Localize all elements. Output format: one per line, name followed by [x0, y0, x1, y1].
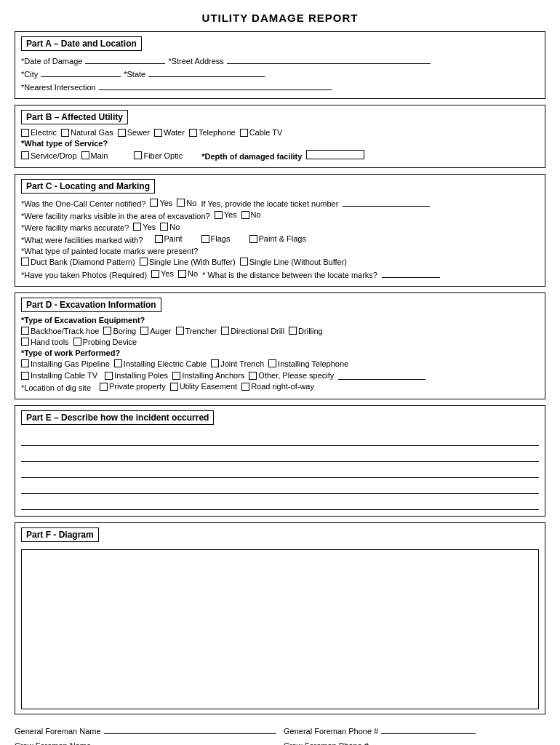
one-call-label: *Was the One-Call Center notified?: [21, 199, 145, 208]
locate-type-label: *What type of painted locate marks were …: [21, 247, 198, 255]
cb-auger[interactable]: Auger: [140, 327, 171, 335]
cb-backhoe[interactable]: Backhoe/Track hoe: [21, 327, 99, 335]
cb-telephone-box[interactable]: [189, 129, 197, 137]
cb-sewer-label: Sewer: [127, 128, 150, 137]
part-e-section: Part E – Describe how the incident occur…: [15, 405, 545, 517]
nearest-label: *Nearest Intersection: [21, 83, 96, 92]
part-c-title: Part C - Locating and Marking: [21, 179, 155, 194]
general-foreman-name-field[interactable]: [104, 725, 276, 734]
cb-install-anchors[interactable]: Installing Anchors: [172, 371, 244, 380]
marks-accurate-label: *Were facility marks accurate?: [21, 223, 129, 232]
nearest-field[interactable]: [99, 81, 332, 90]
footer-right: General Foreman Phone # Crew Foreman Pho…: [284, 725, 545, 746]
date-field[interactable]: [85, 55, 165, 64]
cb-trencher[interactable]: Trencher: [176, 327, 217, 335]
cb-water-box[interactable]: [154, 129, 162, 137]
cb-flags[interactable]: Flags: [201, 234, 231, 243]
utility-type-group: Electric Natural Gas Sewer Water Telepho…: [21, 128, 539, 137]
cb-photos-no[interactable]: No: [178, 269, 198, 278]
cb-probing-device[interactable]: Probing Device: [73, 338, 137, 346]
crew-foreman-name-label: Crew Foreman Name: [15, 741, 91, 746]
cb-visible-yes[interactable]: Yes: [215, 210, 237, 219]
cb-electric-box[interactable]: [21, 129, 29, 137]
cb-install-poles[interactable]: Installing Poles: [105, 371, 168, 380]
cb-install-gas[interactable]: Installing Gas Pipeline: [21, 359, 110, 368]
cb-ductbank[interactable]: Duct Bank (Diamond Pattern): [21, 258, 135, 266]
equip-group: Backhoe/Track hoe Boring Auger Trencher …: [21, 327, 539, 335]
cb-photos-yes[interactable]: Yes: [151, 269, 174, 278]
crew-foreman-phone-label: Crew Foreman Phone #: [284, 741, 369, 746]
cb-joint-trench[interactable]: Joint Trench: [211, 359, 264, 368]
marked-with-label: *What were facilities marked with?: [21, 236, 143, 244]
diagram-area[interactable]: [21, 549, 539, 709]
cb-main[interactable]: Main: [81, 151, 108, 160]
incident-description[interactable]: [21, 431, 539, 510]
cb-directional-drill[interactable]: Directional Drill: [221, 327, 284, 335]
part-b-section: Part B – Affected Utility Electric Natur…: [15, 105, 545, 168]
distance-field[interactable]: [382, 268, 440, 278]
general-foreman-phone-field[interactable]: [381, 725, 476, 734]
part-f-section: Part F - Diagram: [15, 522, 545, 714]
cb-boring[interactable]: Boring: [103, 327, 136, 335]
cb-drilling[interactable]: Drilling: [289, 327, 323, 335]
crew-foreman-name-field[interactable]: [94, 739, 276, 746]
cb-sewer-box[interactable]: [118, 129, 126, 137]
service-type-label: *What type of Service?: [21, 139, 108, 148]
cb-accurate-no[interactable]: No: [160, 223, 180, 231]
distance-label: * What is the distance between the locat…: [202, 271, 377, 279]
city-label: *City: [21, 70, 38, 79]
locate-ticket-field[interactable]: [343, 197, 430, 207]
cb-paint[interactable]: Paint: [155, 234, 183, 243]
part-f-title: Part F - Diagram: [21, 527, 99, 542]
street-field[interactable]: [227, 55, 431, 64]
cb-road-right[interactable]: Road right-of-way: [241, 382, 314, 391]
page-title: UTILITY DAMAGE REPORT: [15, 12, 545, 24]
cb-private[interactable]: Private property: [100, 382, 166, 391]
cb-sewer[interactable]: Sewer: [118, 128, 150, 137]
cb-naturalgas[interactable]: Natural Gas: [61, 128, 113, 137]
footer: General Foreman Name Crew Foreman Name J…: [15, 725, 545, 746]
cb-telephone[interactable]: Telephone: [189, 128, 236, 137]
cb-paint-flags[interactable]: Paint & Flags: [249, 234, 306, 243]
cb-onecall-yes[interactable]: Yes: [150, 199, 172, 207]
cb-visible-no[interactable]: No: [241, 210, 261, 219]
equip-label: *Type of Excavation Equipment?: [21, 316, 145, 324]
cb-servicedrop[interactable]: Service/Drop: [21, 151, 77, 160]
cb-hand-tools[interactable]: Hand tools: [21, 338, 69, 346]
general-foreman-name-label: General Foreman Name: [15, 727, 101, 736]
city-field[interactable]: [41, 68, 121, 77]
cb-water[interactable]: Water: [154, 128, 185, 137]
location-row: *Location of dig site Private property U…: [21, 382, 539, 392]
state-field[interactable]: [148, 68, 265, 77]
part-a-title: Part A – Date and Location: [21, 36, 142, 51]
cb-cabletv-box[interactable]: [240, 129, 248, 137]
cb-utility-easement[interactable]: Utility Easement: [170, 382, 237, 391]
state-label: *State: [124, 70, 145, 79]
cb-water-label: Water: [164, 128, 185, 137]
part-e-title: Part E – Describe how the incident occur…: [21, 410, 214, 425]
depth-field[interactable]: [306, 150, 364, 159]
cb-single-without-buffer[interactable]: Single Line (Without Buffer): [240, 258, 347, 266]
part-a-section: Part A – Date and Location *Date of Dama…: [15, 31, 545, 99]
cb-electric[interactable]: Electric: [21, 128, 57, 137]
cb-other[interactable]: Other, Please specify: [249, 371, 334, 380]
cb-cabletv[interactable]: Cable TV: [240, 128, 283, 137]
depth-label: *Depth of damaged facility: [201, 152, 302, 161]
photos-label: *Have you taken Photos (Required): [21, 271, 147, 279]
cb-cabletv-label: Cable TV: [249, 128, 283, 137]
cb-onecall-no[interactable]: No: [177, 199, 196, 207]
locate-ticket-label: If Yes, provide the locate ticket number: [201, 199, 338, 208]
other-specify-field[interactable]: [338, 370, 425, 380]
crew-foreman-phone-field[interactable]: [372, 739, 466, 746]
part-c-section: Part C - Locating and Marking *Was the O…: [15, 174, 545, 287]
date-label: *Date of Damage: [21, 57, 82, 65]
cb-naturalgas-box[interactable]: [61, 129, 69, 137]
cb-install-cabletv[interactable]: Installing Cable TV: [21, 371, 97, 380]
cb-fiberoptic[interactable]: Fiber Optic: [134, 151, 183, 160]
cb-install-electric[interactable]: Installing Electric Cable: [114, 359, 207, 368]
cb-install-telephone[interactable]: Installing Telephone: [268, 359, 348, 368]
cb-accurate-yes[interactable]: Yes: [133, 223, 156, 231]
marks-visible-label: *Were facility marks visible in the area…: [21, 212, 210, 220]
cb-telephone-label: Telephone: [199, 128, 236, 137]
cb-single-with-buffer[interactable]: Single Line (With Buffer): [140, 258, 236, 266]
